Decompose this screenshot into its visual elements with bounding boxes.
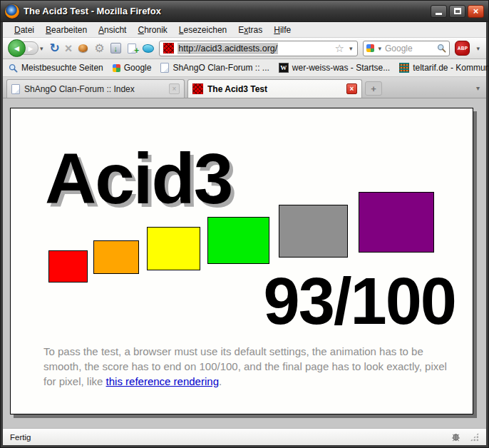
all-tabs-caret[interactable]: ▾ <box>473 84 483 92</box>
page-icon <box>11 84 20 94</box>
settings-gear-icon[interactable]: ⚙ <box>93 43 105 54</box>
history-dropdown-caret[interactable]: ▾ <box>38 45 45 52</box>
window-title: The Acid3 Test - Mozilla Firefox <box>24 6 426 16</box>
close-button[interactable]: × <box>468 5 484 18</box>
content-viewport: Acid3 93/100 To pass the test, a browser… <box>3 98 486 428</box>
window-controls: × <box>431 5 484 18</box>
status-text: Fertig <box>10 433 445 442</box>
download-helper-icon[interactable]: ↓ <box>110 43 121 54</box>
maximize-button[interactable] <box>449 5 465 18</box>
search-box[interactable]: ▾ <box>363 41 450 56</box>
bookmarks-toolbar: Meistbesuchte Seiten Google ShAngO Clan-… <box>3 59 486 77</box>
status-bar: Fertig <box>3 428 486 445</box>
tab-strip: ShAngO Clan-Forum :: Index × The Acid3 T… <box>3 77 486 98</box>
test-box-gray <box>279 205 348 258</box>
menu-bearbeiten[interactable]: Bearbeiten <box>40 23 93 37</box>
firefox-logo-icon <box>5 4 19 19</box>
w-favicon: W <box>279 63 289 73</box>
chrome-body: Datei Bearbeiten Ansicht Chronik Lesezei… <box>1 22 488 447</box>
tab-close-icon[interactable]: × <box>169 83 180 94</box>
menu-ansicht[interactable]: Ansicht <box>93 23 132 37</box>
back-button[interactable]: ◄ <box>8 39 26 57</box>
bookmark-google[interactable]: Google <box>113 63 152 73</box>
minimize-button[interactable] <box>431 5 447 18</box>
tab-acid3-test[interactable]: The Acid3 Test × <box>187 79 362 98</box>
stop-button[interactable]: × <box>65 42 73 55</box>
abp-dropdown-caret[interactable]: ▾ <box>475 45 481 52</box>
acid3-page-box: Acid3 93/100 To pass the test, a browser… <box>10 108 473 414</box>
tab-close-icon[interactable]: × <box>346 83 357 94</box>
bug-icon <box>78 44 88 52</box>
url-text[interactable]: http://acid3.acidtests.org/ <box>177 43 278 54</box>
test-description: To pass the test, a browser must use its… <box>43 344 455 389</box>
score-text: 93/100 <box>264 268 455 334</box>
menu-extras[interactable]: Extras <box>232 23 268 37</box>
search-input[interactable] <box>385 44 435 54</box>
maximize-icon <box>454 8 461 14</box>
test-box-orange <box>93 240 139 274</box>
google-engine-icon[interactable] <box>366 44 374 52</box>
test-box-yellow <box>147 227 200 270</box>
titlebar: The Acid3 Test - Mozilla Firefox × <box>1 1 488 22</box>
url-bar[interactable]: http://acid3.acidtests.org/ ☆ ▾ <box>159 41 358 56</box>
back-forward-group: ◄ ► ▾ <box>8 39 45 57</box>
bookmark-shango-forum[interactable]: ShAngO Clan-Forum :: ... <box>160 63 269 73</box>
bookmark-most-visited[interactable]: Meistbesuchte Seiten <box>9 63 103 73</box>
close-icon: × <box>473 6 479 16</box>
resize-grip[interactable] <box>470 432 479 442</box>
adblock-plus-icon[interactable]: ABP <box>455 41 470 56</box>
google-favicon <box>113 64 120 72</box>
menu-chronik[interactable]: Chronik <box>132 23 173 37</box>
new-tab-button[interactable]: + <box>365 81 382 96</box>
acid3-favicon <box>192 83 203 94</box>
acid3-favicon <box>163 43 174 54</box>
menubar: Datei Bearbeiten Ansicht Chronik Lesezei… <box>3 22 486 38</box>
tab-shango-forum[interactable]: ShAngO Clan-Forum :: Index × <box>6 79 185 98</box>
firebug-icon[interactable] <box>77 43 88 54</box>
magnifier-icon <box>9 63 18 73</box>
test-box-purple <box>359 192 434 253</box>
menu-datei[interactable]: Datei <box>9 23 40 37</box>
teltarif-favicon <box>399 63 409 73</box>
refresh-button[interactable]: ↻ <box>50 42 60 54</box>
acid3-heading: Acid3 <box>45 143 232 214</box>
engine-dropdown-caret[interactable]: ▾ <box>376 45 383 52</box>
reference-rendering-link[interactable]: this reference rendering <box>106 375 219 387</box>
navigation-toolbar: ◄ ► ▾ ↻ × ⚙ ↓ + http://acid3.acidtests.o… <box>3 38 486 59</box>
extension-blob-icon[interactable] <box>143 43 154 54</box>
bookmark-teltarif[interactable]: teltarif.de - Kommunikat... <box>399 63 489 73</box>
browser-window: The Acid3 Test - Mozilla Firefox × Datei… <box>0 0 489 448</box>
page-icon <box>160 63 169 73</box>
menu-hilfe[interactable]: Hilfe <box>268 23 297 37</box>
forward-icon: ► <box>27 44 35 53</box>
minimize-icon <box>436 13 442 15</box>
firebug-status-icon[interactable] <box>451 432 461 442</box>
url-dropdown-caret[interactable]: ▾ <box>348 45 354 52</box>
test-box-green <box>207 217 269 264</box>
test-box-red <box>48 250 88 282</box>
menu-lesezeichen[interactable]: Lesezeichen <box>173 23 232 37</box>
bookmark-star-icon[interactable]: ☆ <box>334 43 344 54</box>
bookmark-wer-weiss-was[interactable]: W wer-weiss-was - Startse... <box>279 63 390 73</box>
add-page-icon[interactable]: + <box>126 43 138 54</box>
back-icon: ◄ <box>13 44 21 54</box>
search-magnifier-icon[interactable] <box>437 44 446 53</box>
